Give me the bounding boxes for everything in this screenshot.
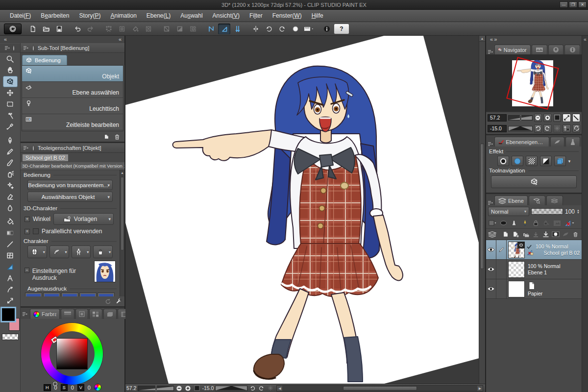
- ruler-layer-icon[interactable]: [563, 219, 576, 228]
- canvas-rotation-slider[interactable]: [215, 386, 247, 391]
- face-preset-button[interactable]: [27, 245, 47, 258]
- effect-layer-color-button[interactable]: [540, 156, 552, 166]
- clip-studio-logo-button[interactable]: [4, 24, 22, 34]
- pen-tool[interactable]: [3, 135, 18, 146]
- navigator-rotation-slider[interactable]: [508, 126, 533, 131]
- nav-reset-rotation-button[interactable]: [553, 124, 561, 133]
- vorlagen-button[interactable]: Vorlagen: [53, 213, 114, 225]
- snap-to-ruler-button[interactable]: [205, 24, 217, 34]
- open-file-button[interactable]: [40, 24, 52, 34]
- draft-layer-icon[interactable]: [520, 219, 530, 228]
- deselect-button[interactable]: [102, 24, 115, 34]
- figure-tool[interactable]: [3, 239, 18, 250]
- gradient-tool[interactable]: [3, 227, 18, 239]
- nav-zoom-in-button[interactable]: [543, 114, 551, 122]
- tab-navigator[interactable]: Navigator: [494, 45, 531, 54]
- opacity-spinner[interactable]: ▲▼: [577, 209, 580, 214]
- delete-subtool-icon[interactable]: [114, 133, 121, 140]
- clipping-icon[interactable]: [498, 219, 508, 228]
- layer-row-ebene-1[interactable]: 100 % Normal Ebene 1: [486, 260, 582, 279]
- new-file-button[interactable]: [26, 24, 39, 34]
- eye-expression-thumb-5[interactable]: [98, 293, 114, 296]
- document-canvas[interactable]: ▲: [125, 36, 485, 384]
- accessory-preset-button[interactable]: [93, 245, 113, 258]
- tool-palette-menu-icon[interactable]: [4, 46, 10, 50]
- new-layer-folder-icon[interactable]: [521, 230, 530, 239]
- eye-expression-thumb-4[interactable]: [80, 293, 96, 296]
- tab-approx-color[interactable]: [75, 309, 88, 319]
- nav-rotate-cw-button[interactable]: [543, 124, 551, 133]
- delete-layer-icon[interactable]: [571, 230, 580, 239]
- opacity-slider[interactable]: [531, 208, 563, 215]
- tab-ebene[interactable]: Ebene: [494, 196, 528, 205]
- parallellicht-checkbox[interactable]: [33, 228, 39, 234]
- color-wheel-area[interactable]: H 0 S 0 V 0: [21, 319, 124, 392]
- auto-select-tool[interactable]: [3, 110, 18, 121]
- decoration-tool[interactable]: [3, 180, 18, 191]
- menu-filter[interactable]: Filter: [245, 11, 268, 21]
- layer-visibility-eye-icon[interactable]: [486, 240, 496, 259]
- menu-story[interactable]: Story(P): [74, 11, 105, 21]
- panel-menu-icon[interactable]: [488, 49, 493, 54]
- snap-to-grid-button[interactable]: [231, 24, 244, 34]
- zoom-in-icon[interactable]: [184, 385, 192, 392]
- subtool-item-objekt[interactable]: Objekt: [22, 66, 123, 82]
- fill-selection-button[interactable]: [129, 24, 141, 34]
- pencil-tool[interactable]: [3, 146, 18, 157]
- tab-information[interactable]: [564, 45, 580, 54]
- fill-tool[interactable]: [3, 216, 18, 227]
- hand-tool[interactable]: [3, 65, 18, 76]
- rgb-hsv-toggle-icon[interactable]: [94, 384, 101, 391]
- merge-down-icon[interactable]: [541, 230, 550, 239]
- apply-mask-icon[interactable]: [561, 230, 570, 239]
- collapse-right-icon[interactable]: «: [490, 36, 492, 43]
- reference-layer-icon[interactable]: [509, 219, 519, 228]
- wrench-icon[interactable]: [115, 298, 122, 305]
- menu-ebene[interactable]: Ebene(L): [142, 11, 175, 21]
- winkel-expander[interactable]: +: [24, 217, 30, 222]
- panel-menu-icon[interactable]: [23, 146, 29, 150]
- sv-square[interactable]: [56, 338, 88, 369]
- copy-subtool-icon[interactable]: [103, 133, 110, 140]
- layer-row-school-girl[interactable]: 100 % Normal School girl B 02: [486, 240, 582, 260]
- tab-intermediate-color[interactable]: [89, 309, 102, 319]
- navigator-zoom-value[interactable]: 57.2: [488, 114, 507, 122]
- tab-layer-search[interactable]: [529, 196, 545, 205]
- hair-preset-button[interactable]: [49, 245, 69, 258]
- blend-tool[interactable]: [3, 202, 18, 214]
- tab-color-set[interactable]: [103, 309, 117, 319]
- effect-tone-button[interactable]: [512, 156, 523, 166]
- nav-flip-v-button[interactable]: [572, 114, 580, 122]
- canvas-vertical-scrollbar[interactable]: ▲: [479, 36, 485, 384]
- tab-color-slider[interactable]: [61, 309, 74, 319]
- nav-fit-button[interactable]: [553, 114, 561, 122]
- effect-border-button[interactable]: [497, 156, 509, 166]
- eye-expression-thumb-2[interactable]: [44, 293, 60, 296]
- layer-thumbnail[interactable]: [508, 261, 525, 278]
- subtool-item-ebene-auswaehlen[interactable]: Ebene auswählen: [22, 82, 123, 98]
- stencil-button[interactable]: [187, 24, 199, 34]
- save-button[interactable]: [53, 24, 65, 34]
- panel-menu-icon[interactable]: [23, 46, 29, 50]
- face-expression-thumbnail[interactable]: [94, 261, 116, 282]
- menu-bearbeiten[interactable]: Bearbeiten: [36, 11, 74, 21]
- layer-thumbnail[interactable]: [508, 242, 525, 258]
- rotate-ccw-button[interactable]: [263, 24, 275, 34]
- subtool-tab-bedienung[interactable]: Bedienung: [22, 55, 67, 65]
- screen-mode-button[interactable]: [302, 24, 315, 34]
- eyedropper-tool[interactable]: [3, 121, 18, 132]
- nav-rotate-ccw-button[interactable]: [534, 124, 542, 133]
- panel-menu-icon[interactable]: [22, 312, 28, 317]
- help-button[interactable]: ?: [334, 24, 349, 34]
- snap-to-special-ruler-button[interactable]: [218, 24, 230, 34]
- navigator-zoom-slider[interactable]: [508, 115, 533, 121]
- zoom-out-icon[interactable]: [175, 385, 183, 392]
- new-vector-layer-icon[interactable]: [512, 230, 520, 239]
- body-preset-button[interactable]: [72, 245, 91, 258]
- lock-layer-icon[interactable]: [531, 219, 540, 228]
- panel-menu-icon[interactable]: [488, 142, 493, 147]
- tab-layer-extra[interactable]: [546, 196, 563, 205]
- tab-ebeneneigenschaften[interactable]: Ebeneneigenschaften: [494, 137, 549, 147]
- ruler-tool[interactable]: [3, 261, 18, 272]
- transparent-color-swatch[interactable]: [2, 334, 19, 340]
